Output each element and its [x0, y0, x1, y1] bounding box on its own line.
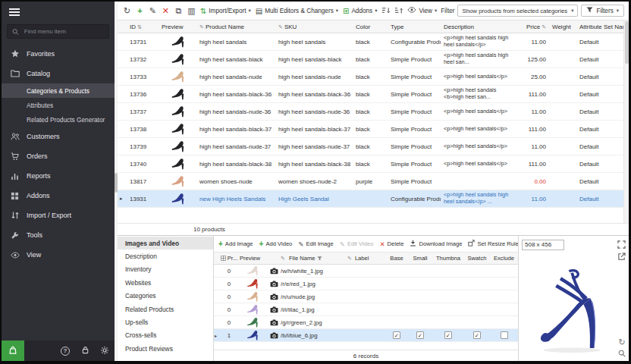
col-id[interactable]: ID⇅ [127, 24, 159, 30]
add-video-button[interactable]: +Add Video [259, 240, 293, 248]
sidebar-item-customers[interactable]: Customers [2, 127, 115, 146]
sidebar-item-view[interactable]: View [2, 245, 115, 265]
sort-ascending-icon[interactable] [381, 5, 391, 17]
table-row[interactable]: 13817 women shoes-nude women shoes-nude-… [118, 173, 623, 190]
col-weight[interactable]: Weight [549, 24, 576, 30]
sidebar-item-attributes[interactable]: Attributes [2, 98, 115, 112]
col-sku[interactable]: ✎SKU [275, 24, 353, 30]
scrollbar-thumb[interactable] [625, 21, 629, 64]
row-expander[interactable]: ▸ [118, 196, 127, 202]
sidebar-item-catalog[interactable]: Catalog [2, 64, 115, 83]
cell-price: 111.00 [516, 91, 549, 98]
table-row[interactable]: 13740 high heel sandals-black-38 high he… [118, 155, 623, 173]
fullscreen-icon[interactable] [617, 240, 626, 249]
help-button[interactable]: ? [55, 340, 75, 361]
filter-select[interactable]: Show products from selected categories ▾ [457, 5, 578, 17]
detail-tab[interactable]: Websites [118, 276, 213, 289]
table-row[interactable]: ▸ 13931 new High Heels Sandals High Geel… [118, 190, 623, 208]
col-color[interactable]: Color [353, 24, 388, 30]
download-image-button[interactable]: Download Image [410, 240, 462, 248]
detail-tab[interactable]: Cross-sells [118, 329, 213, 342]
col-type[interactable]: Type [388, 24, 441, 30]
copy-icon[interactable]: ⧉ [174, 5, 184, 17]
sidebar-item-categories-products[interactable]: Categories & Products [2, 83, 115, 98]
rotate-icon[interactable]: ↻ [618, 338, 625, 347]
sidebar-item-addons[interactable]: Addons [2, 186, 115, 206]
table-row[interactable]: 13739 high heel sandals-nude-37 high hee… [118, 138, 623, 155]
col-description[interactable]: Description [441, 24, 516, 30]
sidebar-item-reports[interactable]: Reports [2, 166, 115, 186]
col-priority[interactable]: Pr... [220, 255, 238, 262]
col-attribute-set[interactable]: Attribute Set Name [576, 24, 623, 30]
delete-image-button[interactable]: ✕Delete [379, 240, 403, 248]
addons-menu[interactable]: ⊞ Addons ▾ [342, 7, 378, 15]
table-row[interactable]: 13736 high heel sandals-black-36 high he… [118, 86, 623, 103]
edit-image-button[interactable]: ✎Edit Image [298, 240, 333, 248]
col-exclude[interactable]: Exclude [490, 255, 518, 262]
detail-tab[interactable]: Categories [118, 290, 213, 303]
grid-scrollbar[interactable] [623, 20, 629, 223]
images-panel: +Add Image +Add Video ✎Edit Image ✎Edit … [214, 236, 518, 361]
edit-video-button[interactable]: ✎Edit Video [340, 240, 374, 248]
col-base[interactable]: Base [385, 255, 408, 262]
filters-button[interactable]: Filters ▾ [581, 5, 624, 17]
lock-button[interactable] [75, 340, 95, 361]
image-row[interactable]: ▸ 1 /b/l/blue_6.jpg ✓ ✓ [214, 329, 518, 342]
col-small[interactable]: Small [408, 255, 432, 262]
thumbnail-checkbox[interactable]: ✓ [444, 331, 452, 339]
delete-product-icon[interactable]: ✕ [161, 5, 171, 17]
row-expander[interactable]: ▸ [214, 333, 220, 338]
col-preview[interactable]: Preview [159, 24, 196, 30]
small-checkbox[interactable]: ✓ [416, 331, 424, 339]
edit-product-icon[interactable]: ✎ [148, 5, 158, 17]
detail-tab[interactable]: Up-sells [118, 315, 213, 328]
base-checkbox[interactable]: ✓ [393, 331, 400, 339]
sidebar-item-import-export[interactable]: Import / Export [2, 206, 115, 225]
image-row[interactable]: 0 /g/r/green_2.jpg [214, 316, 518, 329]
col-file-name[interactable]: ✎File Name [281, 255, 347, 262]
open-external-icon[interactable] [617, 253, 626, 262]
swatch-checkbox[interactable]: ✓ [473, 331, 481, 339]
resize-dimensions-input[interactable] [522, 240, 564, 250]
image-row[interactable]: 0 /l/i/lilac_1.jpg [214, 303, 518, 316]
search-input[interactable] [23, 27, 104, 36]
settings-button[interactable] [95, 340, 115, 361]
import-export-menu[interactable]: ⇅ Import/Export ▾ [199, 7, 252, 15]
table-row[interactable]: 13732 high heel sandals-black high heel … [118, 51, 623, 68]
col-price[interactable]: Price✎ [516, 24, 549, 30]
image-row[interactable]: 0 /n/u/nude.jpg [214, 290, 518, 303]
add-image-button[interactable]: +Add Image [218, 240, 253, 248]
add-product-icon[interactable]: + [135, 5, 145, 17]
detail-tab[interactable]: Description [118, 249, 213, 262]
image-row[interactable]: 0 /r/e/red_1.jpg [214, 278, 518, 290]
sidebar-item-orders[interactable]: Orders [2, 146, 115, 166]
sidebar-item-tools[interactable]: Tools [2, 225, 115, 245]
columns-icon[interactable]: ▥ [187, 5, 196, 17]
menu-icon[interactable] [9, 8, 20, 16]
table-row[interactable]: 13733 high heel sandals-nude high heel s… [118, 68, 623, 86]
detail-tab[interactable]: Product Reviews [118, 342, 213, 355]
sort-descending-icon[interactable] [394, 5, 403, 17]
table-row[interactable]: 13738 high heel sandals-black-37 high he… [118, 121, 623, 138]
col-image-preview[interactable]: Preview [238, 255, 267, 262]
image-row[interactable]: 0 /w/h/white_1.jpg [214, 265, 518, 278]
sidebar-item-favorites[interactable]: Favorites [2, 44, 115, 64]
store-button[interactable] [2, 340, 24, 361]
col-product-name[interactable]: ✎Product Name [196, 24, 275, 30]
zoom-icon[interactable] [618, 350, 626, 359]
col-label[interactable]: ✎Label [347, 255, 385, 262]
sidebar-search[interactable] [7, 24, 109, 39]
col-swatch[interactable]: Swatch [464, 255, 490, 262]
set-resize-rule-button[interactable]: Set Resize Rule▾ [468, 240, 518, 248]
table-row[interactable]: 13731 high heel sandals high heel sandal… [118, 33, 623, 51]
exclude-checkbox[interactable] [501, 331, 508, 339]
sidebar-item-related-products-generator[interactable]: Related Products Generator [2, 112, 115, 127]
multi-editors-menu[interactable]: ▤ Multi Editors & Changers ▾ [255, 7, 339, 15]
detail-tab[interactable]: Inventory [118, 263, 213, 276]
col-thumbnail[interactable]: Thumbna [432, 255, 464, 262]
view-menu[interactable]: View ▾ [407, 7, 438, 14]
table-row[interactable]: 13737 high heel sandals-nude-36 high hee… [118, 103, 623, 121]
refresh-icon[interactable]: ↻ [122, 5, 132, 17]
detail-tab[interactable]: Related Products [118, 303, 213, 315]
detail-tab[interactable]: Images and Video [118, 237, 213, 249]
